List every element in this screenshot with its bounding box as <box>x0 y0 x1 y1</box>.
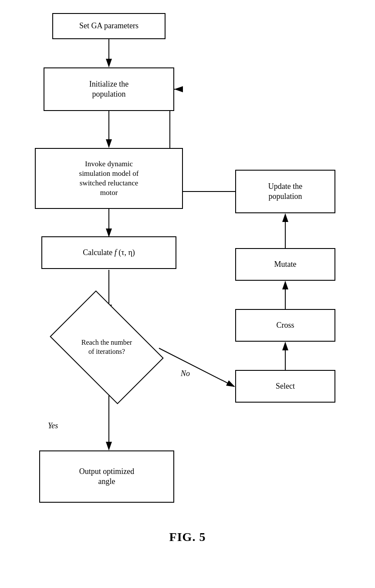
set-ga-box: Set GA parameters <box>52 13 166 39</box>
reach-iter-diamond: Reach the numberof iterations? <box>54 312 159 382</box>
invoke-sim-box: Invoke dynamicsimulation model ofswitche… <box>35 148 183 209</box>
calc-f-box: Calculate f (τ, η) <box>41 236 176 269</box>
yes-label: Yes <box>48 421 58 430</box>
fig-caption: FIG. 5 <box>169 530 206 544</box>
svg-line-6 <box>159 348 234 386</box>
flowchart-diagram: Set GA parameters Initialize thepopulati… <box>0 0 375 557</box>
init-pop-box: Initialize thepopulation <box>44 67 174 111</box>
update-pop-box: Update thepopulation <box>235 170 335 213</box>
no-label: No <box>181 369 190 378</box>
cross-box: Cross <box>235 309 335 342</box>
select-box: Select <box>235 370 335 403</box>
output-angle-box: Output optimizedangle <box>39 450 174 503</box>
mutate-box: Mutate <box>235 248 335 281</box>
